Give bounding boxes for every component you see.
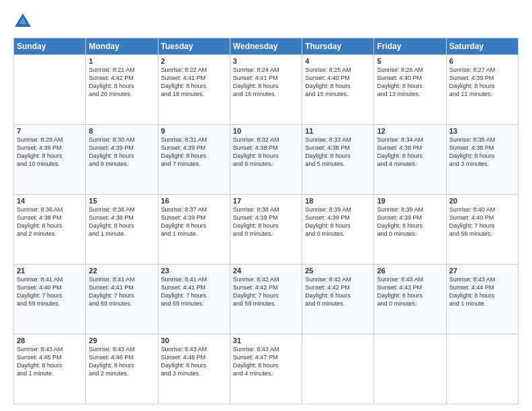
calendar-table: SundayMondayTuesdayWednesdayThursdayFrid… — [13, 38, 519, 404]
day-info: Sunrise: 8:34 AMSunset: 4:38 PMDaylight:… — [377, 136, 443, 169]
calendar-cell: 19Sunrise: 8:39 AMSunset: 4:39 PMDayligh… — [374, 195, 446, 265]
day-number: 1 — [89, 57, 154, 65]
day-info: Sunrise: 8:43 AMSunset: 4:47 PMDaylight:… — [233, 345, 299, 378]
day-number: 9 — [161, 127, 227, 135]
day-info: Sunrise: 8:41 AMSunset: 4:41 PMDaylight:… — [161, 275, 227, 308]
day-info: Sunrise: 8:35 AMSunset: 4:38 PMDaylight:… — [449, 136, 515, 169]
day-info: Sunrise: 8:43 AMSunset: 4:44 PMDaylight:… — [449, 275, 515, 308]
day-number: 31 — [233, 336, 299, 345]
day-number: 27 — [449, 267, 515, 275]
calendar-cell: 18Sunrise: 8:39 AMSunset: 4:39 PMDayligh… — [302, 195, 374, 265]
header-day: Thursday — [302, 38, 374, 55]
page: SundayMondayTuesdayWednesdayThursdayFrid… — [0, 0, 532, 411]
day-number: 2 — [161, 57, 227, 65]
day-info: Sunrise: 8:42 AMSunset: 4:42 PMDaylight:… — [305, 275, 371, 308]
day-info: Sunrise: 8:39 AMSunset: 4:39 PMDaylight:… — [305, 205, 371, 238]
day-number: 21 — [17, 267, 83, 275]
day-info: Sunrise: 8:43 AMSunset: 4:45 PMDaylight:… — [17, 345, 83, 378]
day-info: Sunrise: 8:38 AMSunset: 4:39 PMDaylight:… — [233, 205, 299, 238]
calendar-cell: 13Sunrise: 8:35 AMSunset: 4:38 PMDayligh… — [446, 125, 518, 195]
week-row: 28Sunrise: 8:43 AMSunset: 4:45 PMDayligh… — [14, 334, 519, 404]
calendar-cell: 11Sunrise: 8:33 AMSunset: 4:38 PMDayligh… — [302, 125, 374, 195]
day-info: Sunrise: 8:43 AMSunset: 4:43 PMDaylight:… — [377, 275, 443, 308]
day-info: Sunrise: 8:22 AMSunset: 4:41 PMDaylight:… — [161, 66, 227, 99]
day-number: 28 — [17, 336, 83, 345]
header-day: Tuesday — [158, 38, 230, 55]
day-info: Sunrise: 8:41 AMSunset: 4:40 PMDaylight:… — [17, 275, 83, 308]
header-row: SundayMondayTuesdayWednesdayThursdayFrid… — [14, 38, 519, 55]
day-number: 25 — [305, 267, 371, 275]
calendar-cell — [446, 334, 518, 404]
calendar-cell: 30Sunrise: 8:43 AMSunset: 4:46 PMDayligh… — [158, 334, 230, 404]
day-number: 20 — [449, 197, 515, 205]
day-number: 14 — [17, 197, 83, 205]
calendar-cell: 4Sunrise: 8:25 AMSunset: 4:40 PMDaylight… — [302, 55, 374, 125]
day-number: 23 — [161, 267, 227, 275]
calendar-cell: 26Sunrise: 8:43 AMSunset: 4:43 PMDayligh… — [374, 265, 446, 334]
calendar-cell: 16Sunrise: 8:37 AMSunset: 4:39 PMDayligh… — [158, 195, 230, 265]
day-number: 24 — [233, 267, 299, 275]
header-day: Friday — [374, 38, 446, 55]
day-number: 3 — [233, 57, 299, 65]
calendar-cell: 27Sunrise: 8:43 AMSunset: 4:44 PMDayligh… — [446, 265, 518, 334]
calendar-cell: 20Sunrise: 8:40 AMSunset: 4:40 PMDayligh… — [446, 195, 518, 265]
calendar-cell: 29Sunrise: 8:43 AMSunset: 4:46 PMDayligh… — [86, 334, 158, 404]
day-number: 5 — [377, 57, 443, 65]
day-info: Sunrise: 8:43 AMSunset: 4:46 PMDaylight:… — [161, 345, 227, 378]
calendar-cell — [374, 334, 446, 404]
day-info: Sunrise: 8:36 AMSunset: 4:38 PMDaylight:… — [17, 205, 83, 238]
calendar-cell — [14, 55, 86, 125]
day-info: Sunrise: 8:31 AMSunset: 4:39 PMDaylight:… — [161, 136, 227, 169]
day-number: 29 — [89, 336, 154, 345]
calendar-cell: 3Sunrise: 8:24 AMSunset: 4:41 PMDaylight… — [230, 55, 302, 125]
day-info: Sunrise: 8:33 AMSunset: 4:38 PMDaylight:… — [305, 136, 371, 169]
week-row: 21Sunrise: 8:41 AMSunset: 4:40 PMDayligh… — [14, 265, 519, 334]
calendar-cell: 17Sunrise: 8:38 AMSunset: 4:39 PMDayligh… — [230, 195, 302, 265]
day-info: Sunrise: 8:39 AMSunset: 4:39 PMDaylight:… — [377, 205, 443, 238]
day-number: 12 — [377, 127, 443, 135]
header-day: Wednesday — [230, 38, 302, 55]
day-number: 16 — [161, 197, 227, 205]
day-info: Sunrise: 8:29 AMSunset: 4:39 PMDaylight:… — [17, 136, 83, 169]
logo — [13, 12, 34, 31]
day-info: Sunrise: 8:25 AMSunset: 4:40 PMDaylight:… — [305, 66, 371, 99]
calendar-cell: 10Sunrise: 8:32 AMSunset: 4:38 PMDayligh… — [230, 125, 302, 195]
day-number: 17 — [233, 197, 299, 205]
header-day: Saturday — [446, 38, 518, 55]
calendar-cell: 31Sunrise: 8:43 AMSunset: 4:47 PMDayligh… — [230, 334, 302, 404]
header-day: Monday — [86, 38, 158, 55]
week-row: 1Sunrise: 8:21 AMSunset: 4:42 PMDaylight… — [14, 55, 519, 125]
calendar-cell: 28Sunrise: 8:43 AMSunset: 4:45 PMDayligh… — [14, 334, 86, 404]
logo-icon — [13, 12, 32, 31]
day-info: Sunrise: 8:41 AMSunset: 4:41 PMDaylight:… — [89, 275, 154, 308]
day-number: 18 — [305, 197, 371, 205]
day-number: 10 — [233, 127, 299, 135]
calendar-cell: 23Sunrise: 8:41 AMSunset: 4:41 PMDayligh… — [158, 265, 230, 334]
day-number: 15 — [89, 197, 154, 205]
day-info: Sunrise: 8:40 AMSunset: 4:40 PMDaylight:… — [449, 205, 515, 238]
day-info: Sunrise: 8:21 AMSunset: 4:42 PMDaylight:… — [89, 66, 154, 99]
day-info: Sunrise: 8:43 AMSunset: 4:46 PMDaylight:… — [89, 345, 154, 378]
week-row: 7Sunrise: 8:29 AMSunset: 4:39 PMDaylight… — [14, 125, 519, 195]
calendar-cell: 7Sunrise: 8:29 AMSunset: 4:39 PMDaylight… — [14, 125, 86, 195]
calendar-cell: 5Sunrise: 8:26 AMSunset: 4:40 PMDaylight… — [374, 55, 446, 125]
day-info: Sunrise: 8:37 AMSunset: 4:39 PMDaylight:… — [161, 205, 227, 238]
calendar-cell: 9Sunrise: 8:31 AMSunset: 4:39 PMDaylight… — [158, 125, 230, 195]
day-number: 19 — [377, 197, 443, 205]
day-number: 6 — [449, 57, 515, 65]
calendar-cell: 14Sunrise: 8:36 AMSunset: 4:38 PMDayligh… — [14, 195, 86, 265]
calendar-cell: 22Sunrise: 8:41 AMSunset: 4:41 PMDayligh… — [86, 265, 158, 334]
day-info: Sunrise: 8:27 AMSunset: 4:39 PMDaylight:… — [449, 66, 515, 99]
calendar-cell: 24Sunrise: 8:42 AMSunset: 4:42 PMDayligh… — [230, 265, 302, 334]
day-number: 13 — [449, 127, 515, 135]
day-number: 7 — [17, 127, 83, 135]
calendar-cell: 2Sunrise: 8:22 AMSunset: 4:41 PMDaylight… — [158, 55, 230, 125]
week-row: 14Sunrise: 8:36 AMSunset: 4:38 PMDayligh… — [14, 195, 519, 265]
calendar-cell: 25Sunrise: 8:42 AMSunset: 4:42 PMDayligh… — [302, 265, 374, 334]
svg-rect-2 — [17, 24, 28, 27]
day-number: 30 — [161, 336, 227, 345]
day-info: Sunrise: 8:30 AMSunset: 4:39 PMDaylight:… — [89, 136, 154, 169]
calendar-cell: 6Sunrise: 8:27 AMSunset: 4:39 PMDaylight… — [446, 55, 518, 125]
calendar-cell — [302, 334, 374, 404]
day-number: 22 — [89, 267, 154, 275]
